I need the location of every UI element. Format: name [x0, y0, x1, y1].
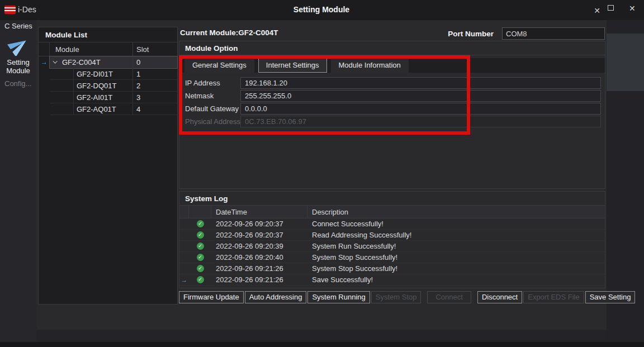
dialog-title: Setting Module [36, 0, 607, 20]
save-setting-button[interactable]: Save Setting [585, 291, 636, 303]
ip-address-label: IP Address [185, 79, 240, 87]
log-description: Read Addressing Successfully! [307, 230, 605, 240]
app-logo-icon [4, 6, 16, 14]
tab-module-information[interactable]: Module Information [331, 58, 409, 73]
main-window-panel-fragment [607, 34, 644, 91]
log-description: Save Successfully! [307, 274, 605, 285]
system-log-header: DateTime Description [179, 206, 605, 218]
system-stop-button: System Stop [371, 291, 422, 303]
physical-address-label: Physical Address [185, 117, 240, 126]
module-slot: 1 [132, 68, 177, 79]
log-datetime: 2022-09-26 09:20:40 [211, 252, 307, 263]
paper-plane-icon [7, 36, 30, 56]
log-gutter-header [179, 206, 189, 218]
module-list-gutter-header [39, 42, 50, 56]
tab-c-series[interactable]: C Series [0, 20, 36, 32]
export-eds-file-button: Export EDS File [523, 291, 584, 303]
close-icon[interactable]: ✕ [629, 4, 636, 13]
physical-address-input [240, 116, 601, 127]
default-gateway-input[interactable] [240, 103, 601, 115]
datetime-column-header: DateTime [211, 206, 307, 218]
default-gateway-label: Default Gateway [185, 104, 240, 113]
maximize-icon[interactable] [608, 5, 614, 11]
system-running-button[interactable]: System Running [307, 291, 370, 303]
system-log-title: System Log [179, 192, 605, 206]
log-row[interactable]: ✓ 2022-09-26 09:20:37 Connect Successful… [179, 218, 605, 230]
module-row-gf2-aq01t[interactable]: GF2-AQ01T 4 [39, 103, 177, 115]
app-title: i-Desig [18, 5, 36, 14]
disconnect-button[interactable]: Disconnect [477, 291, 522, 303]
module-name: GF2-C004T [62, 56, 101, 68]
main-window-bottom-edge [0, 342, 644, 347]
dialog-close-icon[interactable]: ✕ [591, 6, 603, 15]
current-row-arrow-icon: → [39, 56, 50, 68]
port-number-label: Port Number [443, 30, 494, 38]
log-row-selected[interactable]: → ✓ 2022-09-26 09:21:26 Save Successfull… [179, 274, 605, 286]
sidebar-item-setting-module[interactable]: Setting Module [0, 32, 36, 75]
module-list-title: Module List [39, 27, 177, 42]
module-slot: 2 [132, 80, 177, 91]
log-description: System Stop Successfully! [307, 263, 605, 274]
log-row[interactable]: ✓ 2022-09-26 09:20:39 System Run Success… [179, 241, 605, 252]
module-column-header: Module [50, 42, 132, 56]
current-row-arrow-icon: → [179, 274, 189, 285]
tab-general-settings[interactable]: General Settings [184, 58, 254, 73]
module-option-tabstrip: General Settings Internet Settings Modul… [179, 58, 605, 73]
module-row-gf2-c004t[interactable]: → GF2-C004T 0 [39, 56, 177, 68]
sidebar-item-config[interactable]: Config... [0, 75, 36, 88]
current-module-label: Current Module:GF2-C004T [180, 28, 278, 37]
tab-internet-settings[interactable]: Internet Settings [258, 58, 327, 73]
log-row[interactable]: ✓ 2022-09-26 09:20:40 System Stop Succes… [179, 252, 605, 263]
success-check-icon: ✓ [197, 231, 204, 239]
success-check-icon: ✓ [197, 276, 204, 283]
success-check-icon: ✓ [197, 254, 204, 261]
sidebar-item-label-line1: Setting [0, 58, 36, 66]
module-row-gf2-ai01t[interactable]: GF2-AI01T 3 [39, 92, 177, 103]
module-row-gf2-di01t[interactable]: GF2-DI01T 1 [39, 68, 177, 80]
log-status-header [189, 206, 211, 218]
internet-settings-fields: IP Address Netmask Default Gateway Physi… [179, 77, 605, 128]
ip-address-input[interactable] [240, 77, 601, 89]
netmask-row: Netmask [179, 89, 605, 102]
module-option-panel: Module Option General Settings Internet … [179, 41, 605, 189]
log-description: System Run Successfully! [307, 241, 605, 251]
log-description: Connect Successfully! [307, 218, 605, 229]
log-row[interactable]: ✓ 2022-09-26 09:20:37 Read Addressing Su… [179, 230, 605, 241]
connect-button: Connect [427, 291, 471, 303]
module-row-gf2-dq01t[interactable]: GF2-DQ01T 2 [39, 80, 177, 92]
firmware-update-button[interactable]: Firmware Update [179, 291, 244, 303]
slot-column-header: Slot [132, 42, 177, 56]
default-gateway-row: Default Gateway [179, 102, 605, 115]
success-check-icon: ✓ [197, 220, 204, 227]
log-datetime: 2022-09-26 09:20:37 [211, 218, 307, 229]
description-column-header: Description [307, 206, 605, 218]
system-log-panel: System Log DateTime Description ✓ 2022-0… [179, 191, 605, 288]
sidebar-item-label-line2: Module [0, 66, 36, 75]
log-description: System Stop Successfully! [307, 252, 605, 263]
log-datetime: 2022-09-26 09:20:39 [211, 241, 307, 251]
success-check-icon: ✓ [197, 265, 204, 272]
success-check-icon: ✓ [197, 243, 204, 250]
module-slot: 0 [132, 56, 177, 68]
log-datetime: 2022-09-26 09:21:26 [211, 274, 307, 285]
physical-address-row: Physical Address [179, 115, 605, 128]
ip-address-row: IP Address [179, 77, 605, 89]
module-name: GF2-DI01T [73, 68, 132, 79]
module-name: GF2-AI01T [73, 92, 132, 103]
log-row[interactable]: ✓ 2022-09-26 09:21:26 System Stop Succes… [179, 263, 605, 274]
log-datetime: 2022-09-26 09:20:37 [211, 230, 307, 240]
dialog-footer [36, 330, 607, 342]
chevron-down-icon[interactable] [53, 59, 57, 63]
netmask-input[interactable] [240, 90, 601, 102]
port-number-input[interactable] [502, 27, 605, 40]
module-list-panel: Module List Module Slot → GF2-C004T 0 GF… [38, 27, 178, 305]
module-slot: 3 [132, 92, 177, 103]
netmask-label: Netmask [185, 92, 240, 100]
module-option-title: Module Option [179, 41, 605, 55]
action-button-bar: Firmware Update Auto Addressing System R… [179, 291, 607, 303]
auto-addressing-button[interactable]: Auto Addressing [245, 291, 307, 303]
sidebar: C Series Setting Module Config... [0, 20, 36, 347]
module-name: GF2-AQ01T [73, 103, 132, 115]
log-datetime: 2022-09-26 09:21:26 [211, 263, 307, 274]
module-name: GF2-DQ01T [73, 80, 132, 91]
